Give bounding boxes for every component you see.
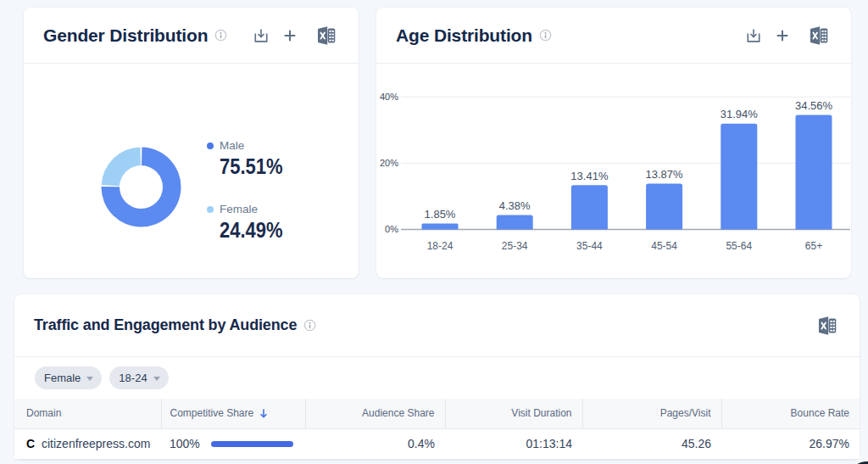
svg-text:0%: 0% xyxy=(385,224,398,234)
svg-text:20%: 20% xyxy=(380,158,398,168)
svg-text:13.87%: 13.87% xyxy=(646,168,684,181)
svg-text:18-24: 18-24 xyxy=(427,240,453,252)
svg-text:55-64: 55-64 xyxy=(726,240,752,252)
svg-text:40%: 40% xyxy=(380,92,398,102)
svg-text:4.38%: 4.38% xyxy=(499,199,531,212)
svg-text:31.94%: 31.94% xyxy=(721,108,759,120)
svg-text:45-54: 45-54 xyxy=(651,240,677,252)
svg-text:34.56%: 34.56% xyxy=(795,99,833,112)
svg-text:25-34: 25-34 xyxy=(502,240,528,252)
svg-text:13.41%: 13.41% xyxy=(570,170,609,182)
svg-text:65+: 65+ xyxy=(805,240,822,252)
svg-text:1.85%: 1.85% xyxy=(425,208,456,221)
svg-text:35-44: 35-44 xyxy=(576,240,603,252)
